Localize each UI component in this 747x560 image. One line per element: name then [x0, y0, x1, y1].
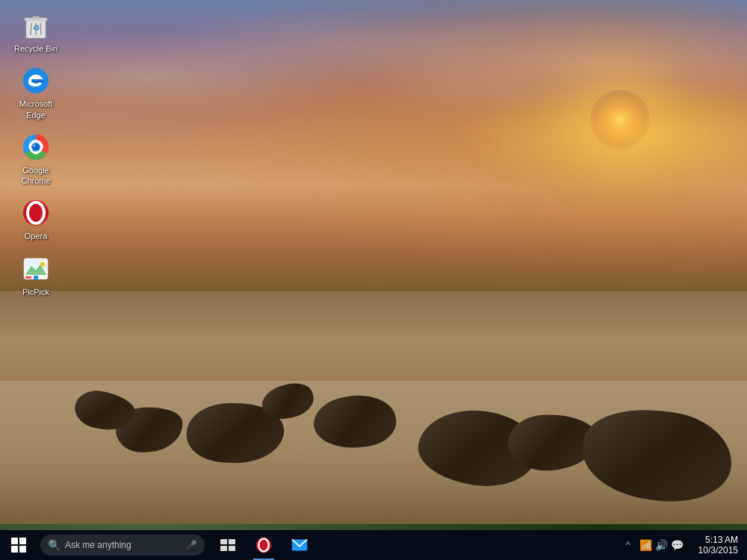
svg-rect-24 — [229, 539, 235, 544]
tray-icons: 📶 🔊 💬 — [633, 539, 689, 551]
recycle-bin-graphic: ♻ — [21, 10, 51, 40]
svg-point-20 — [40, 262, 45, 267]
desktop: ♻ Recycle Bin Microsoft Edge — [0, 0, 747, 560]
microsoft-edge-icon[interactable]: Microsoft Edge — [6, 61, 66, 125]
volume-icon[interactable]: 🔊 — [655, 539, 668, 551]
search-placeholder: Ask me anything — [65, 540, 182, 550]
google-chrome-icon[interactable]: Google Chrome — [6, 128, 66, 191]
win-logo-tl — [11, 538, 18, 544]
microphone-icon: 🎤 — [186, 540, 197, 550]
clock-time: 5:13 AM — [705, 535, 738, 545]
clock-date: 10/3/2015 — [698, 545, 738, 556]
network-icon[interactable]: 📶 — [639, 539, 652, 551]
opera-taskbar-button[interactable] — [247, 530, 281, 560]
svg-point-29 — [261, 541, 266, 550]
svg-rect-2 — [32, 16, 40, 19]
taskbar-pinned-apps — [211, 530, 317, 560]
edge-label: Microsoft Edge — [9, 99, 63, 120]
search-box[interactable]: 🔍 Ask me anything 🎤 — [40, 535, 205, 556]
picpick-label: PicPick — [22, 287, 49, 297]
recycle-bin-label: Recycle Bin — [14, 43, 58, 54]
picpick-graphic — [21, 254, 51, 284]
svg-rect-22 — [25, 276, 31, 279]
win-logo-br — [19, 546, 26, 553]
start-button[interactable] — [0, 530, 37, 560]
svg-rect-25 — [220, 546, 227, 551]
taskbar: 🔍 Ask me anything 🎤 — [0, 530, 747, 560]
picpick-icon[interactable]: PicPick — [6, 249, 66, 302]
svg-rect-26 — [229, 546, 235, 551]
opera-graphic — [21, 198, 51, 228]
opera-icon[interactable]: Opera — [6, 193, 66, 246]
search-icon: 🔍 — [48, 539, 61, 551]
horizon-line — [0, 524, 747, 530]
svg-rect-23 — [220, 539, 227, 544]
svg-text:♻: ♻ — [33, 24, 40, 32]
svg-point-16 — [31, 206, 40, 220]
icons-column: ♻ Recycle Bin Microsoft Edge — [6, 6, 66, 302]
mail-taskbar-button[interactable] — [282, 530, 317, 560]
clock[interactable]: 5:13 AM 10/3/2015 — [689, 530, 747, 560]
chrome-label: Google Chrome — [9, 165, 63, 187]
task-view-button[interactable] — [211, 530, 245, 560]
chrome-graphic — [21, 132, 51, 162]
sun-glow — [590, 90, 650, 149]
windows-logo — [11, 538, 26, 553]
win-logo-bl — [11, 546, 18, 553]
edge-graphic — [21, 66, 51, 96]
opera-label: Opera — [25, 231, 48, 241]
svg-point-13 — [34, 144, 36, 146]
tray-expand-button[interactable]: ^ — [623, 540, 633, 550]
svg-point-21 — [34, 276, 38, 280]
system-tray: ^ 📶 🔊 💬 5:13 AM 10/3/2015 — [623, 530, 747, 560]
win-logo-tr — [19, 538, 26, 544]
action-center-icon[interactable]: 💬 — [671, 539, 684, 551]
recycle-bin-icon[interactable]: ♻ Recycle Bin — [6, 6, 66, 58]
